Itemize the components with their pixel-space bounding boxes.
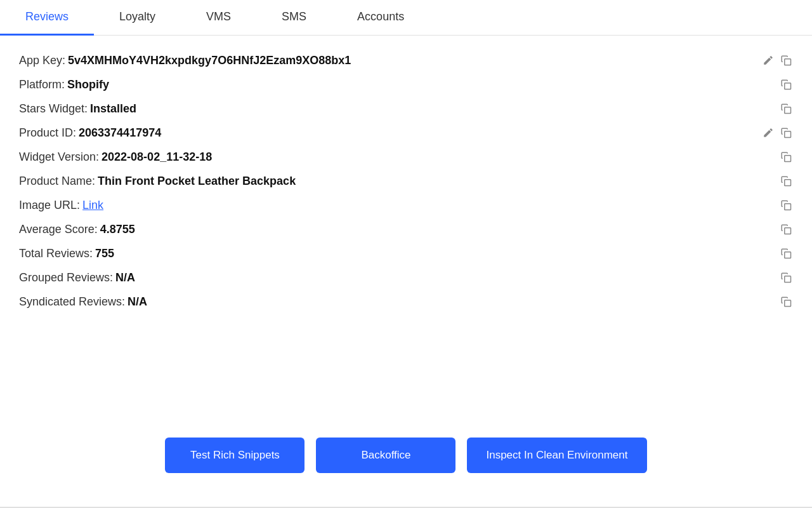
field-value-total-reviews: 755 — [95, 247, 114, 260]
field-label-product-id: Product ID: — [19, 126, 76, 140]
svg-rect-5 — [785, 180, 791, 186]
copy-icon-total-reviews[interactable] — [779, 246, 793, 260]
copy-icon-platform[interactable] — [779, 77, 793, 91]
copy-icon-widget-version[interactable] — [779, 150, 793, 164]
svg-rect-10 — [785, 300, 791, 307]
copy-icon-product-id[interactable] — [779, 126, 793, 140]
row-actions-widget-version — [766, 150, 793, 164]
field-row-product-id: Product ID: 2063374417974 — [19, 121, 793, 145]
row-actions-product-name — [766, 174, 793, 188]
field-label-stars-widget: Stars Widget: — [19, 102, 88, 116]
row-actions-average-score — [766, 222, 793, 236]
tab-accounts[interactable]: Accounts — [332, 0, 429, 36]
svg-rect-3 — [785, 131, 791, 138]
field-value-app-key: 5v4XMHMoY4VH2kxpdkgy7O6HNfJ2Ezam9XO88bx1 — [68, 54, 351, 67]
field-label-image-url: Image URL: — [19, 199, 80, 212]
svg-rect-1 — [785, 83, 791, 90]
svg-rect-0 — [785, 59, 791, 65]
field-label-app-key: App Key: — [19, 54, 65, 67]
field-row-product-name: Product Name: Thin Front Pocket Leather … — [19, 169, 793, 193]
field-value-widget-version: 2022-08-02_11-32-18 — [102, 150, 212, 164]
field-label-platform: Platform: — [19, 78, 65, 91]
field-row-image-url: Image URL: Link — [19, 193, 793, 217]
backoffice-button[interactable]: Backoffice — [316, 438, 455, 473]
field-row-app-key: App Key: 5v4XMHMoY4VH2kxpdkgy7O6HNfJ2Eza… — [19, 48, 793, 72]
field-value-syndicated-reviews: N/A — [128, 295, 147, 309]
copy-icon-average-score[interactable] — [779, 222, 793, 236]
row-actions-grouped-reviews — [766, 271, 793, 284]
row-actions-total-reviews — [766, 246, 793, 260]
tab-vms[interactable]: VMS — [181, 0, 256, 36]
edit-icon-app-key[interactable] — [761, 53, 775, 67]
svg-rect-9 — [785, 276, 791, 283]
field-label-syndicated-reviews: Syndicated Reviews: — [19, 295, 125, 309]
field-value-grouped-reviews: N/A — [115, 271, 135, 284]
svg-rect-4 — [785, 156, 791, 162]
field-label-widget-version: Widget Version: — [19, 150, 99, 164]
bottom-buttons: Test Rich SnippetsBackofficeInspect In C… — [0, 438, 812, 473]
tab-sms[interactable]: SMS — [256, 0, 332, 36]
row-actions-image-url — [766, 198, 793, 212]
tab-loyalty[interactable]: Loyalty — [94, 0, 181, 36]
field-row-syndicated-reviews: Syndicated Reviews: N/A — [19, 290, 793, 314]
field-row-total-reviews: Total Reviews: 755 — [19, 241, 793, 265]
field-row-average-score: Average Score: 4.8755 — [19, 217, 793, 241]
copy-icon-image-url[interactable] — [779, 198, 793, 212]
copy-icon-syndicated-reviews[interactable] — [779, 295, 793, 309]
field-row-widget-version: Widget Version: 2022-08-02_11-32-18 — [19, 145, 793, 169]
test-rich-snippets-button[interactable]: Test Rich Snippets — [165, 438, 304, 473]
row-actions-app-key — [749, 53, 793, 67]
field-value-product-id: 2063374417974 — [79, 126, 161, 140]
field-row-platform: Platform: Shopify — [19, 72, 793, 97]
svg-rect-8 — [785, 252, 791, 258]
row-actions-syndicated-reviews — [766, 295, 793, 309]
svg-rect-6 — [785, 204, 791, 210]
field-label-average-score: Average Score: — [19, 223, 98, 236]
copy-icon-stars-widget[interactable] — [779, 102, 793, 116]
field-value-stars-widget: Installed — [90, 102, 136, 116]
svg-rect-7 — [785, 228, 791, 234]
field-value-product-name: Thin Front Pocket Leather Backpack — [98, 175, 296, 188]
field-label-total-reviews: Total Reviews: — [19, 247, 93, 260]
field-value-image-url[interactable]: Link — [82, 199, 103, 212]
copy-icon-product-name[interactable] — [779, 174, 793, 188]
field-value-average-score: 4.8755 — [100, 223, 135, 236]
tab-reviews[interactable]: Reviews — [0, 0, 94, 36]
tab-bar: ReviewsLoyaltyVMSSMSAccounts — [0, 0, 812, 36]
row-actions-product-id — [749, 126, 793, 140]
edit-icon-product-id[interactable] — [761, 126, 775, 140]
inspect-clean-env-button[interactable]: Inspect In Clean Environment — [467, 438, 646, 473]
row-actions-platform — [766, 77, 793, 91]
field-row-grouped-reviews: Grouped Reviews: N/A — [19, 265, 793, 290]
copy-icon-grouped-reviews[interactable] — [779, 271, 793, 284]
row-actions-stars-widget — [766, 102, 793, 116]
field-label-grouped-reviews: Grouped Reviews: — [19, 271, 113, 284]
main-content: App Key: 5v4XMHMoY4VH2kxpdkgy7O6HNfJ2Eza… — [0, 36, 812, 326]
field-label-product-name: Product Name: — [19, 175, 95, 188]
field-row-stars-widget: Stars Widget: Installed — [19, 97, 793, 121]
field-value-platform: Shopify — [67, 78, 109, 91]
copy-icon-app-key[interactable] — [779, 53, 793, 67]
svg-rect-2 — [785, 107, 791, 114]
